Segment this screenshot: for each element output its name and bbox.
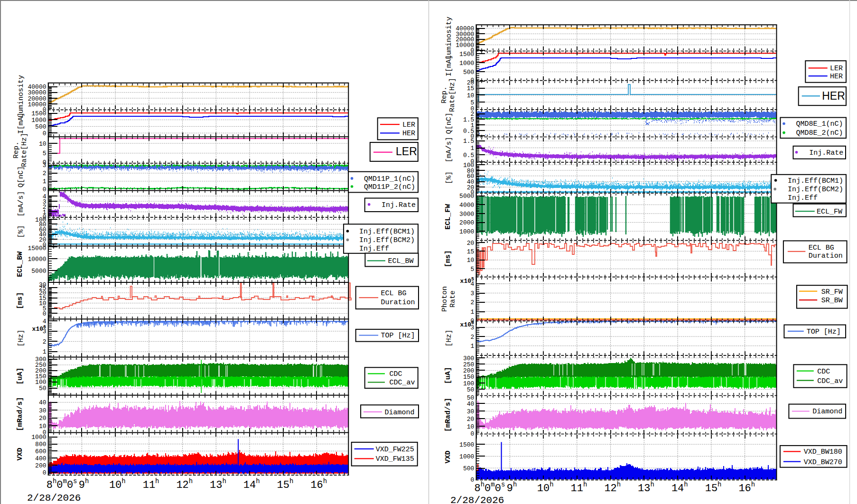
svg-text:1500: 1500 [31,110,46,117]
svg-text:50: 50 [467,386,475,393]
svg-text:Q[nC]: Q[nC] [445,112,453,134]
svg-text:VXD_BW270: VXD_BW270 [804,458,842,467]
svg-text:VXD: VXD [444,450,452,463]
svg-text:TOP [Hz]: TOP [Hz] [381,332,415,340]
svg-text:40: 40 [467,401,475,408]
svg-text:Inj.Eff(BCM1): Inj.Eff(BCM1) [788,177,843,185]
svg-text:[uA]: [uA] [444,367,452,384]
svg-text:1: 1 [43,348,47,355]
svg-text:3: 3 [43,162,47,169]
svg-text:[ms]: [ms] [444,250,452,267]
svg-text:600: 600 [35,448,46,455]
svg-text:Photon: Photon [441,286,449,312]
svg-text:HER: HER [402,130,415,138]
svg-text:3: 3 [470,290,474,297]
svg-text:QMD8E_2(nC): QMD8E_2(nC) [796,129,843,137]
svg-text:Inj.Rate: Inj.Rate [809,149,843,157]
svg-text:10: 10 [39,140,47,148]
svg-text:[Hz]: [Hz] [445,330,453,347]
svg-text:Diamond: Diamond [812,408,842,416]
svg-text:[%]: [%] [17,225,25,238]
svg-text:5000: 5000 [459,193,474,200]
svg-text:500: 500 [463,69,474,76]
svg-text:0: 0 [43,130,47,137]
svg-text:50: 50 [39,385,47,392]
svg-text:0: 0 [43,469,47,476]
svg-text:ECL_FW: ECL_FW [817,208,842,216]
svg-text:Inj.Eff: Inj.Eff [359,245,389,253]
svg-text:VXD: VXD [16,448,24,460]
svg-text:ECL_BW: ECL_BW [388,257,413,265]
svg-text:1000: 1000 [31,434,46,441]
svg-text:QMD8E_1(nC): QMD8E_1(nC) [796,120,843,128]
svg-text:[uA]: [uA] [16,368,24,385]
svg-text:2: 2 [470,299,474,306]
svg-text:2000: 2000 [459,219,474,226]
svg-text:Luminosity: Luminosity [17,75,25,118]
svg-text:500: 500 [35,123,46,131]
svg-text:2/28/2026: 2/28/2026 [27,493,81,504]
svg-text:20: 20 [467,240,475,247]
svg-text:CDC: CDC [817,368,830,376]
svg-text:800: 800 [35,441,46,448]
svg-text:[mA/s]: [mA/s] [445,137,453,162]
svg-text:HER: HER [822,90,845,102]
svg-text:QMD11P_2(nC): QMD11P_2(nC) [364,183,415,191]
svg-text:Duration: Duration [809,252,843,260]
svg-text:1.5: 1.5 [463,138,474,145]
svg-text:Inj.Eff(BCM2): Inj.Eff(BCM2) [788,186,843,194]
svg-text:10: 10 [467,423,475,430]
svg-text:2/28/2026: 2/28/2026 [450,495,504,504]
svg-text:VXD_FW135: VXD_FW135 [376,455,414,463]
svg-text:3000: 3000 [459,211,474,218]
svg-text:500: 500 [463,465,474,472]
svg-text:SR_BW: SR_BW [821,297,843,305]
svg-text:Inj.Eff(BCM1): Inj.Eff(BCM1) [359,228,415,236]
svg-text:200: 200 [35,462,46,469]
svg-text:1000: 1000 [459,228,474,235]
svg-text:1000: 1000 [459,60,474,67]
svg-text:8h0m0s: 8h0m0s [47,477,77,491]
svg-text:20: 20 [39,415,47,422]
svg-text:LER: LER [402,121,415,129]
svg-text:[%]: [%] [445,171,453,184]
svg-text:Rate: Rate [449,290,457,308]
svg-text:0: 0 [43,186,47,193]
svg-text:0: 0 [470,476,474,484]
svg-text:[ms]: [ms] [16,292,24,309]
svg-text:ECL_FW: ECL_FW [444,204,452,230]
svg-text:4000: 4000 [459,202,474,209]
svg-text:1500: 1500 [459,51,474,58]
svg-text:30: 30 [39,407,47,414]
svg-text:1500: 1500 [459,441,474,448]
svg-text:5: 5 [43,150,47,157]
svg-text:1: 1 [470,308,474,316]
svg-text:ECL BG: ECL BG [381,289,407,298]
svg-text:[Hz]: [Hz] [17,329,25,346]
svg-text:TOP [Hz]: TOP [Hz] [807,328,841,336]
svg-text:0: 0 [470,430,474,438]
svg-text:VXD_FW225: VXD_FW225 [376,446,414,454]
svg-text:Q[nC]: Q[nC] [17,166,25,187]
svg-text:1000: 1000 [31,117,46,124]
svg-text:0: 0 [43,310,47,317]
svg-text:5: 5 [470,266,474,273]
svg-text:[mRad/s]: [mRad/s] [16,397,24,431]
svg-text:Inj.Eff(BCM2): Inj.Eff(BCM2) [359,236,415,244]
svg-text:10: 10 [467,257,475,264]
svg-text:15: 15 [467,248,475,255]
svg-text:1000: 1000 [459,453,474,460]
svg-text:ECL BG: ECL BG [809,244,834,252]
svg-text:400: 400 [35,455,46,462]
svg-text:30: 30 [467,408,475,415]
svg-text:CDC_av: CDC_av [817,377,843,385]
svg-text:I[mA]: I[mA] [17,112,25,134]
svg-text:40: 40 [39,399,47,406]
svg-text:1: 1 [470,145,474,152]
svg-text:Rep.: Rep. [12,141,20,159]
svg-text:15: 15 [467,85,475,92]
svg-text:Rate[Hz]: Rate[Hz] [20,133,28,167]
svg-text:5000: 5000 [31,268,46,275]
svg-text:2: 2 [43,170,47,177]
svg-text:[mRad/s]: [mRad/s] [444,398,452,432]
